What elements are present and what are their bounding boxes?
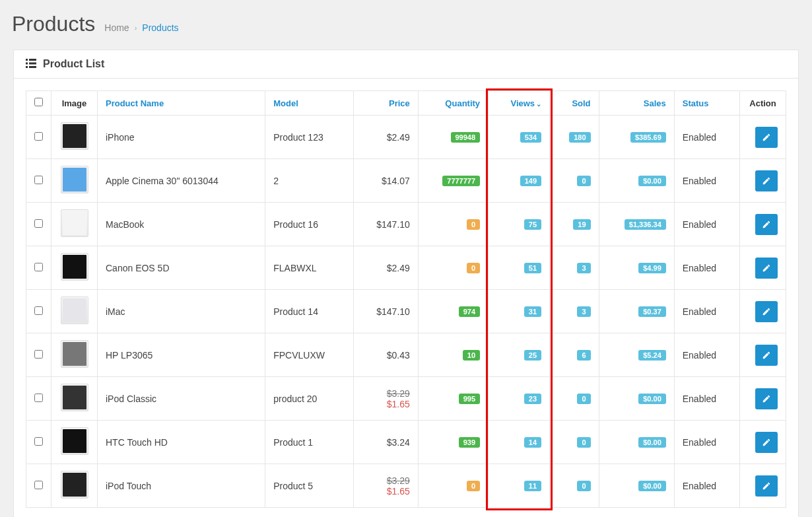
product-thumb	[61, 209, 88, 237]
sort-sales[interactable]: Sales	[644, 98, 666, 108]
quantity-badge: 0	[467, 219, 480, 230]
cell-product-name: Canon EOS 5D	[98, 246, 265, 290]
panel-header: Product List	[14, 50, 798, 79]
product-thumb	[61, 122, 88, 150]
product-list-panel: Product List Image Product Name Model Pr…	[13, 50, 799, 517]
cell-sales: $0.00	[599, 464, 674, 508]
svg-rect-1	[29, 59, 36, 61]
cell-quantity: 0	[418, 464, 488, 508]
product-thumb	[61, 471, 88, 499]
sort-product-name[interactable]: Product Name	[106, 98, 164, 108]
table-row: iPod TouchProduct 5$3.29$1.650110$0.00En…	[26, 464, 786, 508]
cell-price: $0.43	[353, 333, 418, 377]
cell-sales: $5.24	[599, 333, 674, 377]
cell-status: Enabled	[674, 421, 739, 464]
list-icon	[26, 59, 36, 70]
quantity-badge: 0	[467, 481, 480, 491]
sold-badge: 19	[573, 219, 590, 230]
cell-sold: 0	[550, 464, 599, 508]
sort-sold[interactable]: Sold	[572, 98, 590, 108]
cell-sales: $1,336.34	[599, 203, 674, 246]
sort-views[interactable]: Views⌄	[510, 98, 541, 108]
sold-badge: 3	[577, 306, 590, 317]
edit-button[interactable]	[755, 432, 778, 453]
cell-sold: 0	[550, 377, 599, 421]
row-checkbox[interactable]	[34, 394, 43, 402]
cell-status: Enabled	[674, 159, 739, 203]
cell-views: 149	[489, 159, 550, 203]
cell-model: Product 1	[265, 421, 353, 464]
edit-button[interactable]	[755, 170, 778, 191]
edit-button[interactable]	[755, 388, 778, 409]
svg-rect-4	[26, 66, 28, 68]
cell-product-name: HP LP3065	[98, 333, 265, 377]
cell-sold: 19	[550, 203, 599, 246]
sort-price[interactable]: Price	[389, 98, 410, 108]
views-badge: 149	[520, 176, 541, 186]
edit-button[interactable]	[755, 127, 778, 148]
sort-quantity[interactable]: Quantity	[445, 98, 480, 108]
price-special: $1.65	[362, 399, 410, 409]
cell-sales: $0.00	[599, 421, 674, 464]
views-badge: 14	[524, 437, 541, 448]
sold-badge: 0	[577, 481, 590, 491]
views-badge: 25	[524, 350, 541, 361]
row-checkbox[interactable]	[34, 132, 43, 141]
row-checkbox[interactable]	[34, 350, 43, 359]
cell-views: 25	[489, 333, 550, 377]
col-sold[interactable]: Sold	[550, 91, 599, 116]
cell-quantity: 995	[418, 377, 488, 421]
chevron-down-icon: ⌄	[536, 100, 541, 108]
views-badge: 51	[524, 263, 541, 273]
table-row: iPod Classicproduct 20$3.29$1.65995230$0…	[26, 377, 786, 421]
row-checkbox[interactable]	[34, 176, 43, 184]
pencil-icon	[762, 307, 771, 316]
cell-status: Enabled	[674, 464, 739, 508]
quantity-badge: 974	[459, 306, 480, 317]
cell-product-name: iMac	[98, 290, 265, 333]
col-image: Image	[51, 91, 98, 116]
panel-title: Product List	[43, 58, 104, 70]
breadcrumb: Home › Products	[104, 22, 178, 33]
cell-price: $147.10	[353, 290, 418, 333]
col-quantity[interactable]: Quantity	[418, 91, 488, 116]
edit-button[interactable]	[755, 345, 778, 366]
row-checkbox[interactable]	[34, 481, 43, 489]
row-checkbox[interactable]	[34, 263, 43, 271]
product-thumb	[61, 166, 88, 193]
edit-button[interactable]	[755, 258, 778, 279]
breadcrumb-current[interactable]: Products	[142, 22, 178, 33]
cell-views: 14	[489, 421, 550, 464]
col-product-name[interactable]: Product Name	[98, 91, 265, 116]
cell-quantity: 0	[418, 246, 488, 290]
col-status[interactable]: Status	[674, 91, 739, 116]
row-checkbox[interactable]	[34, 219, 43, 228]
sort-status[interactable]: Status	[683, 98, 709, 108]
cell-status: Enabled	[674, 333, 739, 377]
cell-sales: $385.69	[599, 116, 674, 159]
col-views[interactable]: Views⌄	[489, 91, 550, 116]
row-checkbox[interactable]	[34, 306, 43, 315]
sales-badge: $0.00	[638, 481, 666, 491]
pencil-icon	[762, 481, 771, 491]
edit-button[interactable]	[755, 214, 778, 235]
breadcrumb-home[interactable]: Home	[104, 22, 129, 33]
svg-rect-3	[29, 62, 36, 64]
cell-quantity: 974	[418, 290, 488, 333]
edit-button[interactable]	[755, 475, 778, 497]
svg-rect-5	[29, 66, 36, 68]
cell-sold: 3	[550, 246, 599, 290]
select-all-checkbox[interactable]	[34, 98, 43, 106]
sales-badge: $0.00	[638, 394, 666, 404]
sort-model[interactable]: Model	[273, 98, 298, 108]
col-sales[interactable]: Sales	[599, 91, 674, 116]
col-model[interactable]: Model	[265, 91, 353, 116]
row-checkbox[interactable]	[34, 437, 43, 446]
quantity-badge: 7777777	[442, 176, 480, 186]
edit-button[interactable]	[755, 301, 778, 322]
product-thumb	[61, 427, 88, 455]
cell-sales: $0.00	[599, 377, 674, 421]
cell-views: 11	[489, 464, 550, 508]
col-price[interactable]: Price	[353, 91, 418, 116]
cell-status: Enabled	[674, 116, 739, 159]
